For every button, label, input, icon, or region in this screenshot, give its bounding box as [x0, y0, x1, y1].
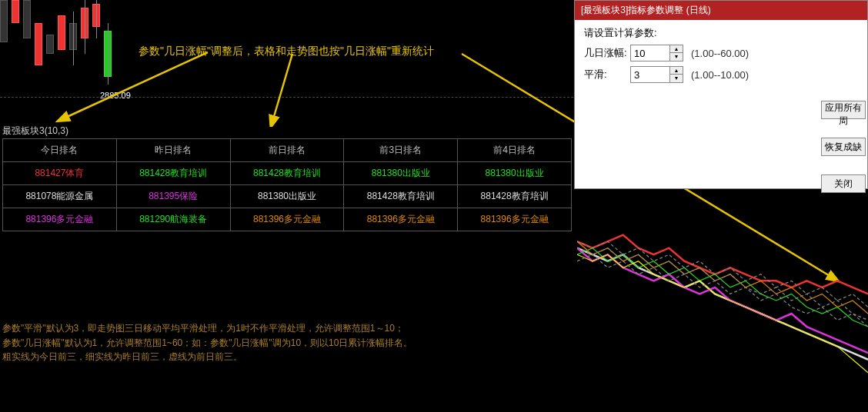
candlestick: [58, 15, 65, 50]
price-label: 2885.09: [100, 91, 131, 100]
param-label-smooth: 平滑:: [584, 68, 630, 81]
table-header: 前4日排名: [458, 139, 572, 162]
dialog-title: [最强板块3]指标参数调整 (日线): [575, 1, 867, 20]
table-header: 今日排名: [3, 139, 117, 162]
section-title: 最强板块3(10,3): [2, 125, 68, 138]
table-row: 881427体育881428教育培训881428教育培训881380出版业881…: [3, 162, 572, 185]
candlestick: [46, 35, 54, 54]
param-input-smooth[interactable]: [631, 67, 669, 82]
apply-all-button[interactable]: 应用所有周: [821, 101, 866, 119]
close-button[interactable]: 关闭: [821, 174, 866, 193]
table-cell: 881428教育培训: [458, 185, 572, 208]
spinner-up-icon[interactable]: ▲: [670, 45, 683, 53]
dialog-prompt: 请设置计算参数:: [584, 26, 858, 40]
param-label-days: 几日涨幅:: [584, 46, 630, 60]
candlestick: [0, 0, 8, 42]
trend-line: [577, 254, 868, 373]
candlestick-wick: [85, 0, 85, 54]
divider: [0, 97, 573, 98]
table-cell: 881396多元金融: [3, 208, 117, 231]
restore-default-button[interactable]: 恢复成缺: [821, 138, 866, 156]
table-cell: 881380出版业: [344, 162, 458, 185]
trend-line: [577, 248, 868, 321]
help-text: 参数"平滑"默认为3，即走势图三日移动平均平滑处理，为1时不作平滑处理，允许调整…: [2, 321, 412, 364]
candlestick: [12, 0, 19, 23]
table-cell: 881428教育培训: [344, 185, 458, 208]
table-row: 881078能源金属881395保险881380出版业881428教育培训881…: [3, 185, 572, 208]
table-cell: 881290航海装备: [116, 208, 230, 231]
table-row: 881396多元金融881290航海装备881396多元金融881396多元金融…: [3, 208, 572, 231]
table-cell: 881078能源金属: [3, 185, 117, 208]
parameter-dialog: [最强板块3]指标参数调整 (日线) 请设置计算参数: 几日涨幅: ▲ ▼ (1…: [574, 0, 868, 189]
param-input-days[interactable]: [631, 45, 669, 61]
table-cell: 881396多元金融: [458, 208, 572, 231]
candlestick: [23, 0, 31, 38]
trend-line: [577, 248, 868, 354]
arrow-icon: [262, 54, 308, 127]
table-header: 前3日排名: [344, 139, 458, 162]
svg-line-1: [273, 54, 292, 119]
table-header: 昨日排名: [116, 139, 230, 162]
candlestick-wick: [73, 12, 74, 65]
table-cell: 881396多元金融: [344, 208, 458, 231]
trend-chart: [577, 215, 868, 412]
candlestick: [35, 23, 42, 65]
candlestick-wick: [96, 0, 97, 38]
ranking-table: 今日排名昨日排名前日排名前3日排名前4日排名 881427体育881428教育培…: [2, 138, 572, 231]
table-cell: 881380出版业: [458, 162, 572, 185]
table-cell: 881396多元金融: [230, 208, 344, 231]
table-cell: 881427体育: [3, 162, 117, 185]
param-range-smooth: (1.00--10.00): [691, 69, 749, 81]
trend-line: [577, 235, 868, 294]
spinner-up-icon[interactable]: ▲: [670, 67, 683, 75]
svg-line-0: [65, 52, 208, 118]
table-cell: 881428教育培训: [230, 162, 344, 185]
table-header: 前日排名: [230, 139, 344, 162]
table-cell: 881380出版业: [230, 185, 344, 208]
spinner-down-icon[interactable]: ▼: [670, 75, 683, 82]
table-cell: 881428教育培训: [116, 162, 230, 185]
param-range-days: (1.00--60.00): [691, 48, 749, 59]
candlestick-wick: [108, 23, 108, 85]
annotation-text: 参数"几日涨幅"调整后，表格和走势图也按"几日涨幅"重新统计: [139, 45, 434, 58]
spinner-down-icon[interactable]: ▼: [670, 53, 683, 61]
table-cell: 881395保险: [116, 185, 230, 208]
